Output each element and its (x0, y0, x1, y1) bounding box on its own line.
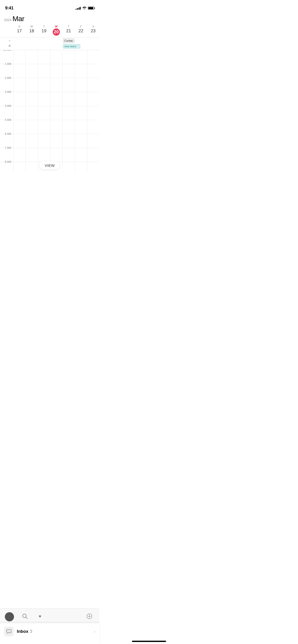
time-label-3am: 3 AM (0, 90, 13, 104)
time-grid: 12 AM 1 AM 2 AM (0, 50, 99, 172)
day-header-fri22: F 22 (75, 24, 87, 37)
all-day-events-col: Contac new team (13, 37, 99, 50)
year-month-row: 2024 Mar (0, 15, 99, 24)
time-label-5am: 5 AM (0, 118, 13, 132)
year-label: 2024 (4, 18, 11, 22)
time-label-2am: 2 AM (0, 76, 13, 90)
event-contact-chip[interactable]: Contac (63, 38, 75, 43)
status-icons (75, 6, 94, 10)
time-label-7am: 7 AM (0, 146, 13, 160)
signal-icon (75, 7, 81, 10)
day-header-wed20-today[interactable]: W 20 (50, 24, 62, 37)
day-header-mon18: M 18 (25, 24, 38, 37)
all-day-strip: ⌃✕ Contac new team (0, 37, 99, 50)
view-button[interactable]: VIEW (39, 161, 60, 170)
month-label: Mar (12, 15, 24, 23)
view-button-container: VIEW (39, 161, 60, 170)
all-day-label-col: ⌃✕ (0, 37, 13, 50)
time-row-2am: 2 AM (0, 78, 99, 92)
day-header-thu21: T 21 (62, 24, 75, 37)
days-header-spacer (0, 24, 13, 37)
time-label-4am: 4 AM (0, 104, 13, 118)
time-row-1am: 1 AM (0, 64, 99, 78)
time-label-8am: 8 AM (0, 160, 13, 172)
time-label-6am: 6 AM (0, 132, 13, 146)
time-row-6am: 6 AM (0, 134, 99, 148)
day-header-tue19: T 19 (38, 24, 50, 37)
time-row-4am: 4 AM (0, 106, 99, 120)
collapse-icon[interactable]: ⌃✕ (8, 40, 11, 48)
day-header-sat23: S 23 (87, 24, 99, 37)
time-row-5am: 5 AM (0, 120, 99, 134)
battery-icon (88, 7, 94, 10)
status-time: 9:41 (5, 6, 13, 11)
time-row-12am: 12 AM (0, 50, 99, 64)
time-row-7am: 7 AM (0, 148, 99, 162)
time-row-3am: 3 AM (0, 92, 99, 106)
wifi-icon (82, 6, 86, 10)
time-label-12am: 12 AM (0, 50, 13, 62)
event-new-team-chip[interactable]: new team (63, 44, 80, 49)
calendar-header: 2024 Mar S 17 M 18 T 19 W 20 T (0, 13, 99, 37)
day-header-sun17: S 17 (13, 24, 25, 37)
phone-frame: 9:41 2024 Mar (0, 0, 99, 215)
time-label-1am: 1 AM (0, 62, 13, 76)
status-bar: 9:41 (0, 0, 99, 13)
days-header: S 17 M 18 T 19 W 20 T 21 F 22 (0, 24, 99, 37)
